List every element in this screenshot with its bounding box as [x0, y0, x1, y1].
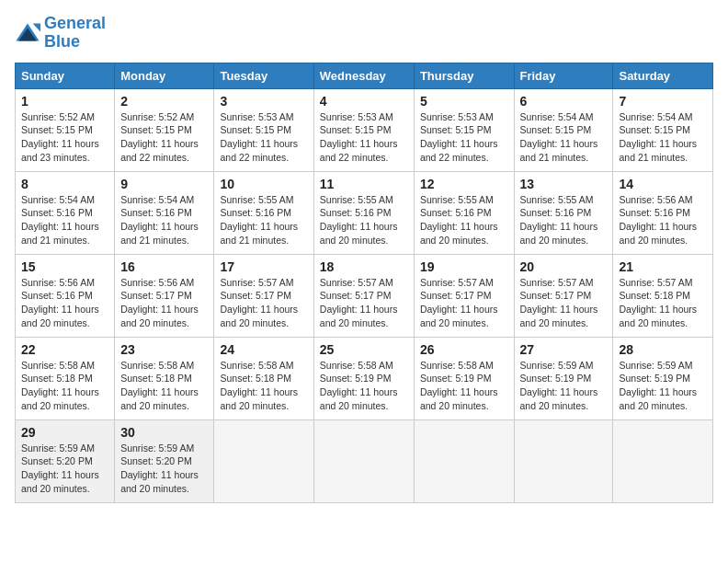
- day-info: Sunrise: 5:56 AMSunset: 5:16 PMDaylight:…: [21, 276, 108, 330]
- day-number: 22: [21, 342, 108, 357]
- svg-marker-2: [33, 23, 40, 31]
- day-number: 19: [420, 259, 508, 274]
- day-number: 5: [420, 94, 508, 109]
- weekday-monday: Monday: [115, 63, 214, 88]
- day-info: Sunrise: 5:58 AMSunset: 5:19 PMDaylight:…: [420, 359, 508, 413]
- day-number: 20: [520, 259, 608, 274]
- day-number: 3: [220, 94, 307, 109]
- day-number: 18: [320, 259, 408, 274]
- day-info: Sunrise: 5:56 AMSunset: 5:16 PMDaylight:…: [619, 193, 707, 247]
- day-number: 29: [21, 425, 108, 440]
- day-info: Sunrise: 5:54 AMSunset: 5:15 PMDaylight:…: [619, 110, 707, 165]
- day-number: 24: [220, 342, 307, 357]
- calendar-cell: 26Sunrise: 5:58 AMSunset: 5:19 PMDayligh…: [414, 337, 514, 419]
- day-number: 15: [21, 259, 108, 274]
- day-number: 25: [320, 342, 408, 357]
- calendar-cell: 21Sunrise: 5:57 AMSunset: 5:18 PMDayligh…: [613, 254, 713, 337]
- day-number: 11: [320, 177, 408, 191]
- calendar-week-3: 15Sunrise: 5:56 AMSunset: 5:16 PMDayligh…: [16, 254, 713, 337]
- logo-icon: [15, 20, 40, 46]
- day-number: 17: [220, 259, 307, 274]
- calendar-cell: 20Sunrise: 5:57 AMSunset: 5:17 PMDayligh…: [514, 254, 613, 337]
- day-info: Sunrise: 5:55 AMSunset: 5:16 PMDaylight:…: [520, 193, 608, 247]
- logo: General Blue: [15, 15, 106, 52]
- day-info: Sunrise: 5:58 AMSunset: 5:18 PMDaylight:…: [220, 359, 307, 413]
- calendar-cell: 2Sunrise: 5:52 AMSunset: 5:15 PMDaylight…: [115, 88, 214, 171]
- day-number: 12: [420, 177, 508, 191]
- day-info: Sunrise: 5:53 AMSunset: 5:15 PMDaylight:…: [320, 110, 408, 165]
- calendar-table: SundayMondayTuesdayWednesdayThursdayFrid…: [15, 63, 713, 503]
- day-number: 21: [619, 259, 707, 274]
- weekday-wednesday: Wednesday: [313, 63, 414, 88]
- calendar-cell: 24Sunrise: 5:58 AMSunset: 5:18 PMDayligh…: [214, 337, 313, 419]
- day-info: Sunrise: 5:57 AMSunset: 5:17 PMDaylight:…: [420, 276, 508, 330]
- weekday-sunday: Sunday: [16, 63, 115, 88]
- weekday-friday: Friday: [514, 63, 613, 88]
- calendar-cell: 22Sunrise: 5:58 AMSunset: 5:18 PMDayligh…: [16, 337, 115, 419]
- calendar-cell: 11Sunrise: 5:55 AMSunset: 5:16 PMDayligh…: [313, 171, 414, 254]
- day-number: 14: [619, 177, 707, 191]
- day-info: Sunrise: 5:58 AMSunset: 5:18 PMDaylight:…: [21, 359, 108, 413]
- day-info: Sunrise: 5:53 AMSunset: 5:15 PMDaylight:…: [220, 110, 307, 165]
- day-info: Sunrise: 5:58 AMSunset: 5:19 PMDaylight:…: [320, 359, 408, 413]
- day-info: Sunrise: 5:57 AMSunset: 5:18 PMDaylight:…: [619, 276, 707, 330]
- day-info: Sunrise: 5:52 AMSunset: 5:15 PMDaylight:…: [120, 110, 208, 165]
- calendar-cell: 23Sunrise: 5:58 AMSunset: 5:18 PMDayligh…: [115, 337, 214, 419]
- weekday-thursday: Thursday: [414, 63, 514, 88]
- day-number: 6: [520, 94, 608, 109]
- day-info: Sunrise: 5:59 AMSunset: 5:19 PMDaylight:…: [520, 359, 608, 413]
- day-number: 7: [619, 94, 707, 109]
- day-number: 16: [120, 259, 208, 274]
- calendar-cell: [514, 419, 613, 502]
- calendar-cell: [214, 419, 313, 502]
- day-info: Sunrise: 5:54 AMSunset: 5:16 PMDaylight:…: [21, 193, 108, 247]
- day-number: 10: [220, 177, 307, 191]
- day-info: Sunrise: 5:59 AMSunset: 5:20 PMDaylight:…: [21, 442, 108, 496]
- calendar-week-2: 8Sunrise: 5:54 AMSunset: 5:16 PMDaylight…: [16, 171, 713, 254]
- calendar-cell: 1Sunrise: 5:52 AMSunset: 5:15 PMDaylight…: [16, 88, 115, 171]
- day-number: 27: [520, 342, 608, 357]
- day-number: 2: [120, 94, 208, 109]
- calendar-cell: 12Sunrise: 5:55 AMSunset: 5:16 PMDayligh…: [414, 171, 514, 254]
- weekday-tuesday: Tuesday: [214, 63, 313, 88]
- calendar-cell: 19Sunrise: 5:57 AMSunset: 5:17 PMDayligh…: [414, 254, 514, 337]
- calendar-week-5: 29Sunrise: 5:59 AMSunset: 5:20 PMDayligh…: [16, 419, 713, 502]
- day-number: 30: [120, 425, 208, 440]
- calendar-week-4: 22Sunrise: 5:58 AMSunset: 5:18 PMDayligh…: [16, 337, 713, 419]
- calendar-body: 1Sunrise: 5:52 AMSunset: 5:15 PMDaylight…: [16, 88, 713, 502]
- day-info: Sunrise: 5:57 AMSunset: 5:17 PMDaylight:…: [320, 276, 408, 330]
- calendar-cell: 15Sunrise: 5:56 AMSunset: 5:16 PMDayligh…: [16, 254, 115, 337]
- page-header: General Blue: [15, 15, 713, 52]
- calendar-cell: [613, 419, 713, 502]
- day-number: 13: [520, 177, 608, 191]
- calendar-cell: 6Sunrise: 5:54 AMSunset: 5:15 PMDaylight…: [514, 88, 613, 171]
- calendar-cell: 10Sunrise: 5:55 AMSunset: 5:16 PMDayligh…: [214, 171, 313, 254]
- calendar-cell: 29Sunrise: 5:59 AMSunset: 5:20 PMDayligh…: [16, 419, 115, 502]
- day-info: Sunrise: 5:59 AMSunset: 5:20 PMDaylight:…: [120, 442, 208, 496]
- calendar-cell: 9Sunrise: 5:54 AMSunset: 5:16 PMDaylight…: [115, 171, 214, 254]
- calendar-cell: 28Sunrise: 5:59 AMSunset: 5:19 PMDayligh…: [613, 337, 713, 419]
- day-info: Sunrise: 5:52 AMSunset: 5:15 PMDaylight:…: [21, 110, 108, 165]
- day-info: Sunrise: 5:58 AMSunset: 5:18 PMDaylight:…: [120, 359, 208, 413]
- calendar-cell: 14Sunrise: 5:56 AMSunset: 5:16 PMDayligh…: [613, 171, 713, 254]
- logo-text: General Blue: [44, 15, 106, 52]
- calendar-cell: [414, 419, 514, 502]
- calendar-cell: 18Sunrise: 5:57 AMSunset: 5:17 PMDayligh…: [313, 254, 414, 337]
- day-info: Sunrise: 5:56 AMSunset: 5:17 PMDaylight:…: [120, 276, 208, 330]
- day-info: Sunrise: 5:55 AMSunset: 5:16 PMDaylight:…: [420, 193, 508, 247]
- calendar-cell: 16Sunrise: 5:56 AMSunset: 5:17 PMDayligh…: [115, 254, 214, 337]
- calendar-cell: 25Sunrise: 5:58 AMSunset: 5:19 PMDayligh…: [313, 337, 414, 419]
- day-number: 4: [320, 94, 408, 109]
- calendar-cell: 5Sunrise: 5:53 AMSunset: 5:15 PMDaylight…: [414, 88, 514, 171]
- day-number: 28: [619, 342, 707, 357]
- calendar-cell: 13Sunrise: 5:55 AMSunset: 5:16 PMDayligh…: [514, 171, 613, 254]
- calendar-cell: 30Sunrise: 5:59 AMSunset: 5:20 PMDayligh…: [115, 419, 214, 502]
- day-info: Sunrise: 5:55 AMSunset: 5:16 PMDaylight:…: [320, 193, 408, 247]
- calendar-cell: 17Sunrise: 5:57 AMSunset: 5:17 PMDayligh…: [214, 254, 313, 337]
- day-number: 8: [21, 177, 108, 191]
- day-info: Sunrise: 5:59 AMSunset: 5:19 PMDaylight:…: [619, 359, 707, 413]
- day-number: 1: [21, 94, 108, 109]
- weekday-header-row: SundayMondayTuesdayWednesdayThursdayFrid…: [16, 63, 713, 88]
- weekday-saturday: Saturday: [613, 63, 713, 88]
- day-info: Sunrise: 5:55 AMSunset: 5:16 PMDaylight:…: [220, 193, 307, 247]
